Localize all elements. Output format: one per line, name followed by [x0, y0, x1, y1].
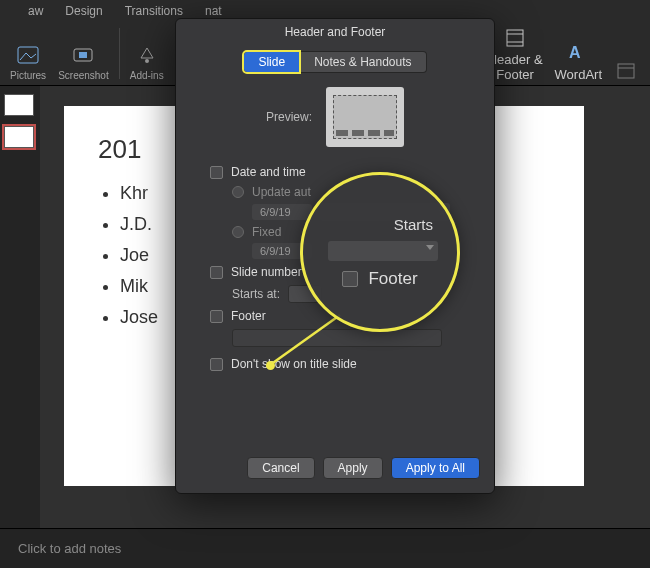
callout-footer-checkbox[interactable]	[342, 271, 358, 287]
svg-line-12	[270, 315, 340, 365]
callout-zoom: Starts Footer	[300, 172, 460, 332]
callout-footer-label: Footer	[368, 269, 417, 289]
callout-starts-label: Starts	[394, 216, 433, 233]
callout-endpoint	[266, 361, 275, 370]
callout-select	[328, 241, 438, 261]
